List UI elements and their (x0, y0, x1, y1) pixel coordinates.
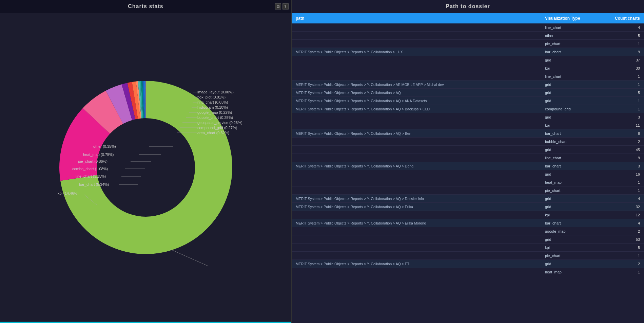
cell-count: 1 (606, 189, 640, 193)
table-row: MERIT System > Public Objects > Reports … (292, 195, 644, 203)
table-row: MERIT System > Public Objects > Reports … (292, 203, 644, 211)
left-panel: Charts stats ⊡ ? (0, 0, 292, 323)
cell-count: 5 (606, 246, 640, 250)
table-row: grid 45 (292, 146, 644, 154)
cell-viz-type: kpi (545, 66, 606, 70)
cell-viz-type: heat_map (545, 270, 606, 274)
cell-viz-type: grid (545, 197, 606, 201)
cell-viz-type: kpi (545, 246, 606, 250)
table-row: pie_chart 1 (292, 252, 644, 260)
help-icon[interactable]: ? (282, 3, 289, 10)
cell-count: 1 (606, 107, 640, 111)
cell-viz-type: bar_chart (545, 50, 606, 54)
table-row: kpi 11 (292, 121, 644, 129)
cell-viz-type: bar_chart (545, 164, 606, 168)
table-header: path Visualization Type Count charts (292, 13, 644, 23)
cell-count: 1 (606, 180, 640, 184)
cell-viz-type: pie_chart (545, 254, 606, 258)
header-icons: ⊡ ? (275, 3, 289, 10)
cell-count: 4 (606, 197, 640, 201)
table-body[interactable]: line_chart 4 other 5 pie_chart 1 MERIT S… (292, 23, 644, 323)
cell-count: 1 (606, 270, 640, 274)
cell-path: MERIT System > Public Objects > Reports … (296, 164, 545, 168)
cell-viz-type: grid (545, 237, 606, 241)
table-row: grid 3 (292, 113, 644, 121)
table-row: bubble_chart 2 (292, 138, 644, 146)
cell-count: 3 (606, 115, 640, 119)
svg-text:area_chart (0.32%): area_chart (0.32%) (197, 131, 229, 135)
table-row: heat_map 1 (292, 268, 644, 276)
cell-viz-type: grid (545, 115, 606, 119)
cell-viz-type: grid (545, 91, 606, 95)
cell-count: 1 (606, 254, 640, 258)
cell-path: MERIT System > Public Objects > Reports … (296, 83, 545, 87)
table-row: kpi 5 (292, 244, 644, 252)
left-title: Charts stats (128, 3, 163, 10)
table-row: google_map 2 (292, 227, 644, 235)
cell-viz-type: grid (545, 83, 606, 87)
cell-path: MERIT System > Public Objects > Reports … (296, 262, 545, 266)
cell-viz-type: other (545, 34, 606, 38)
cell-viz-type: bar_chart (545, 221, 606, 225)
svg-text:histogram (0.10%): histogram (0.10%) (197, 105, 228, 109)
cell-viz-type: grid (545, 172, 606, 176)
svg-text:box_plot (0.01%): box_plot (0.01%) (197, 95, 226, 99)
cell-count: 9 (606, 156, 640, 160)
svg-text:heat_map (0.75%): heat_map (0.75%) (83, 152, 114, 157)
cell-count: 9 (606, 50, 640, 54)
svg-text:bar_chart (5.34%): bar_chart (5.34%) (79, 182, 109, 186)
table-row: other 5 (292, 32, 644, 40)
cell-viz-type: grid (545, 148, 606, 152)
cell-viz-type: compound_grid (545, 107, 606, 111)
left-header: Charts stats ⊡ ? (0, 0, 291, 13)
svg-text:google_map (0.22%): google_map (0.22%) (197, 110, 232, 114)
cell-count: 4 (606, 25, 640, 30)
table-row: MERIT System > Public Objects > Reports … (292, 89, 644, 97)
cell-viz-type: line_chart (545, 74, 606, 78)
cell-viz-type: grid (545, 58, 606, 62)
cell-count: 1 (606, 83, 640, 87)
cell-viz-type: grid (545, 205, 606, 209)
svg-text:other (0.35%): other (0.35%) (93, 144, 116, 148)
svg-text:grid (72.47%): grid (72.47%) (214, 266, 238, 266)
cell-viz-type: line_chart (545, 25, 606, 30)
table-row: grid 16 (292, 170, 644, 178)
svg-line-51 (170, 249, 210, 266)
table-row: line_chart 1 (292, 72, 644, 80)
cell-viz-type: google_map (545, 229, 606, 233)
right-header: Path to dossier (292, 0, 644, 13)
cell-viz-type: kpi (545, 123, 606, 127)
cell-count: 2 (606, 140, 640, 144)
cell-path: MERIT System > Public Objects > Reports … (296, 91, 545, 95)
cell-count: 5 (606, 91, 640, 95)
cell-count: 11 (606, 123, 640, 127)
svg-text:pie_chart (0.86%): pie_chart (0.86%) (78, 159, 108, 163)
cell-path: MERIT System > Public Objects > Reports … (296, 197, 545, 201)
table-row: MERIT System > Public Objects > Reports … (292, 129, 644, 138)
col-count-header: Count charts (606, 16, 640, 21)
table-row: pie_chart 1 (292, 40, 644, 48)
cell-count: 2 (606, 262, 640, 266)
donut-chart: image_layout (0.00%) box_plot (0.01%) ri… (47, 69, 244, 266)
cell-count: 5 (606, 34, 640, 38)
cell-count: 16 (606, 172, 640, 176)
restore-icon[interactable]: ⊡ (275, 3, 281, 10)
svg-point-17 (97, 119, 195, 216)
cell-count: 37 (606, 58, 640, 62)
cell-count: 53 (606, 237, 640, 241)
table-row: grid 37 (292, 56, 644, 64)
right-panel: Path to dossier path Visualization Type … (292, 0, 644, 323)
cell-count: 12 (606, 213, 640, 217)
table-row: MERIT System > Public Objects > Reports … (292, 260, 644, 268)
table-row: grid 53 (292, 235, 644, 244)
cell-viz-type: pie_chart (545, 189, 606, 193)
table-row: MERIT System > Public Objects > Reports … (292, 162, 644, 170)
cell-count: 45 (606, 148, 640, 152)
table-row: kpi 12 (292, 211, 644, 219)
svg-text:image_layout (0.00%): image_layout (0.00%) (197, 90, 234, 94)
table-row: line_chart 4 (292, 23, 644, 32)
cell-count: 30 (606, 66, 640, 70)
cell-viz-type: kpi (545, 213, 606, 217)
table-row: MERIT System > Public Objects > Reports … (292, 105, 644, 113)
cell-path: MERIT System > Public Objects > Reports … (296, 221, 545, 225)
